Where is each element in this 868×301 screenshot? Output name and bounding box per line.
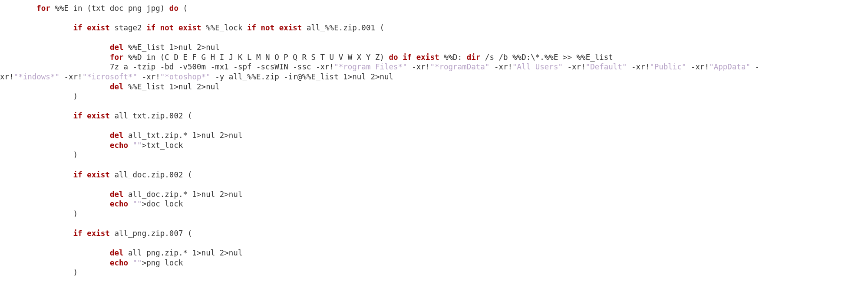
code-block: for %%E in (txt doc png jpg) do ( if exi… [0,0,868,289]
code-content: for %%E in (txt doc png jpg) do ( if exi… [0,4,759,277]
